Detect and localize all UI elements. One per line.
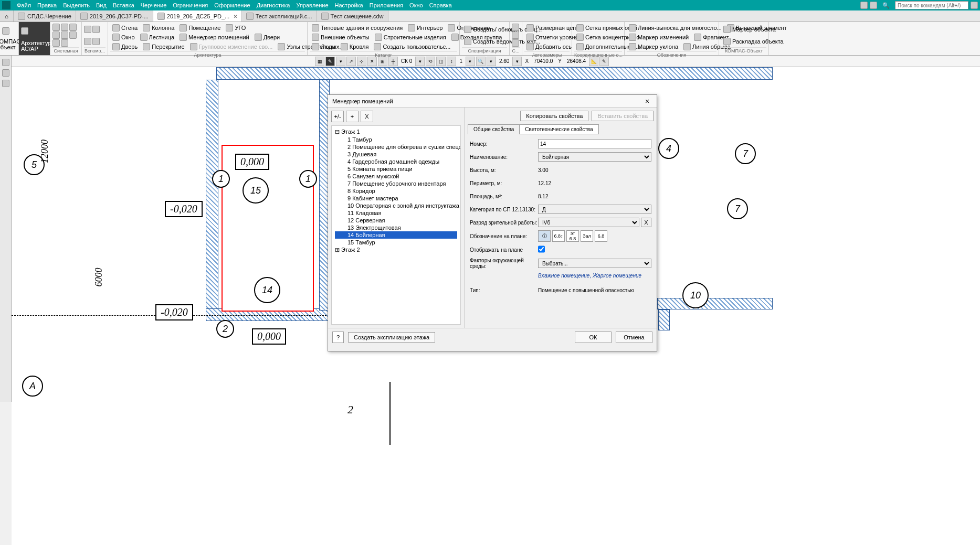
doors-button[interactable]: Двери xyxy=(252,33,282,42)
tree-room[interactable]: 7 Помещение уборочного инвентаря xyxy=(335,180,457,187)
zoom-out[interactable]: 🔍 xyxy=(476,57,486,66)
menu-file[interactable]: Файл xyxy=(14,1,34,9)
interior-button[interactable]: Интерьер xyxy=(406,23,445,33)
tree-room[interactable]: 10 Операторная с зоной для инструктажа xyxy=(335,202,457,209)
plan-btn-3[interactable]: эт6.8 xyxy=(566,230,579,242)
vb10[interactable]: ⟲ xyxy=(426,57,435,66)
env-select[interactable]: Выбрать... xyxy=(538,259,651,268)
vb9[interactable]: ▾ xyxy=(415,57,425,66)
menu-draft[interactable]: Черчение xyxy=(138,1,170,9)
vb6[interactable]: ✕ xyxy=(367,57,377,66)
dialog-title-bar[interactable]: Менеджер помещений × xyxy=(328,95,657,108)
vb15[interactable]: 📐 xyxy=(589,57,598,66)
obj-layout-button[interactable]: Раскладка объекта xyxy=(721,37,786,46)
menu-manage[interactable]: Управление xyxy=(293,1,331,9)
delete-button[interactable]: X xyxy=(361,111,373,122)
rail-icon-2[interactable] xyxy=(2,69,9,77)
aux4-icon[interactable] xyxy=(92,38,100,45)
vb12[interactable]: ↕ xyxy=(447,57,456,66)
show-checkbox[interactable] xyxy=(538,244,545,254)
home-tab[interactable]: ⌂ xyxy=(0,10,14,22)
tree-room[interactable]: 1 Тамбур xyxy=(335,136,457,143)
save-icon[interactable] xyxy=(69,24,77,31)
add-button[interactable]: + xyxy=(346,111,359,122)
tree-floor[interactable]: ⊟ Этаж 1 xyxy=(335,128,457,136)
maximize-icon[interactable] xyxy=(870,2,877,9)
arch-icon[interactable] xyxy=(21,27,28,35)
copy-props-button[interactable]: Копировать свойства xyxy=(520,111,588,121)
vis-clear-button[interactable]: X xyxy=(641,218,651,227)
tab-lighting[interactable]: Светотехнические свойства xyxy=(519,124,598,134)
menu-window[interactable]: Окно xyxy=(406,1,426,9)
cancel-button[interactable]: Отмена xyxy=(616,332,652,343)
obj-marker-button[interactable]: Маркер объекта xyxy=(721,25,778,34)
kompas-object-icon[interactable] xyxy=(2,27,9,35)
tree-room[interactable]: 12 Серверная xyxy=(335,217,457,224)
vb1[interactable]: ▦ xyxy=(315,57,324,66)
number-input[interactable] xyxy=(538,139,651,148)
menu-diag[interactable]: Диагностика xyxy=(254,1,293,9)
paste-props-button[interactable]: Вставить свойства xyxy=(592,111,654,121)
menu-help[interactable]: Справка xyxy=(426,1,455,9)
wall-button[interactable]: Стена xyxy=(110,23,140,33)
plan-btn-1[interactable]: ⓘ xyxy=(538,230,551,242)
rail-icon-3[interactable] xyxy=(2,80,9,87)
room-button[interactable]: Помещение xyxy=(177,23,223,33)
save-all-icon[interactable] xyxy=(61,31,68,39)
vb14[interactable]: ▾ xyxy=(512,57,522,66)
undo-icon[interactable] xyxy=(52,39,60,47)
buildings-button[interactable]: Типовые здания и сооружения xyxy=(310,23,405,33)
help-button[interactable]: ? xyxy=(332,332,344,343)
menu-settings[interactable]: Настройка xyxy=(332,1,366,9)
leader-button[interactable]: Линия-выноска для многосло... xyxy=(627,23,724,33)
tree-room[interactable]: 6 Санузел мужской xyxy=(335,173,457,180)
door-button[interactable]: Дверь xyxy=(110,42,140,51)
plan-btn-5[interactable]: 6.8 xyxy=(595,230,607,242)
vb16[interactable]: ✎ xyxy=(599,57,609,66)
expand-collapse-button[interactable]: +/- xyxy=(331,111,344,122)
vb5[interactable]: ⊹ xyxy=(357,57,366,66)
cat-select[interactable]: Д xyxy=(538,205,651,214)
menu-select[interactable]: Выделить xyxy=(60,1,93,9)
tab-1[interactable]: 2019_206-ДС37-PD-... xyxy=(76,10,153,22)
menu-view[interactable]: Вид xyxy=(93,1,110,9)
change-marker-button[interactable]: Маркер изменений xyxy=(627,33,691,42)
new-icon[interactable] xyxy=(52,24,60,31)
restore-icon[interactable] xyxy=(860,2,868,9)
vb3[interactable]: ▾ xyxy=(336,57,345,66)
tree-room[interactable]: 9 Кабинет мастера xyxy=(335,195,457,202)
menu-edit[interactable]: Правка xyxy=(34,1,60,9)
ext-objects-button[interactable]: Внешние объекты xyxy=(310,33,372,42)
tab-2[interactable]: 2019_206_ДС25_PD_...× xyxy=(153,10,242,22)
tree-room[interactable]: 4 Гардеробная домашней одежды xyxy=(335,158,457,165)
people-button[interactable]: Люди xyxy=(310,42,338,51)
tab-general[interactable]: Общие свойства xyxy=(468,124,520,134)
export-icon[interactable] xyxy=(69,31,77,39)
vb13[interactable]: ▾ xyxy=(466,57,475,66)
s2-icon[interactable] xyxy=(512,31,519,39)
vb7[interactable]: ⊞ xyxy=(378,57,387,66)
add-axis-button[interactable]: Добавить ось xyxy=(524,42,574,51)
tree-room[interactable]: 8 Коридор xyxy=(335,187,457,195)
redo-icon[interactable] xyxy=(61,39,68,47)
tree-room[interactable]: 3 Душевая xyxy=(335,151,457,158)
close-icon[interactable]: × xyxy=(234,13,237,19)
open-icon[interactable] xyxy=(61,24,68,31)
tab-0[interactable]: СПДС.Черчение xyxy=(14,10,76,22)
tree-floor[interactable]: ⊞ Этаж 2 xyxy=(335,246,457,254)
tree-room[interactable]: 13 Электрощитовая xyxy=(335,224,457,231)
column-button[interactable]: Колонна xyxy=(141,23,176,33)
tree-room[interactable]: 11 Кладовая xyxy=(335,209,457,217)
floor-button[interactable]: Перекрытие xyxy=(141,42,186,51)
aux2-icon[interactable] xyxy=(92,26,100,33)
ugo-button[interactable]: УГО xyxy=(224,23,248,33)
room-tree[interactable]: ⊟ Этаж 11 Тамбур2 Помещение для обогрева… xyxy=(331,125,461,325)
vb4[interactable]: ↗ xyxy=(346,57,356,66)
dialog-close-button[interactable]: × xyxy=(642,97,652,105)
s1-icon[interactable] xyxy=(512,24,519,31)
command-search-input[interactable] xyxy=(895,1,968,9)
tab-4[interactable]: Тест смещение.cdw xyxy=(317,10,388,22)
tree-room[interactable]: 2 Помещение для обогрева и сушки спецоде… xyxy=(335,143,457,151)
menu-apps[interactable]: Приложения xyxy=(366,1,406,9)
slope-marker-button[interactable]: Маркер уклона xyxy=(627,42,680,51)
